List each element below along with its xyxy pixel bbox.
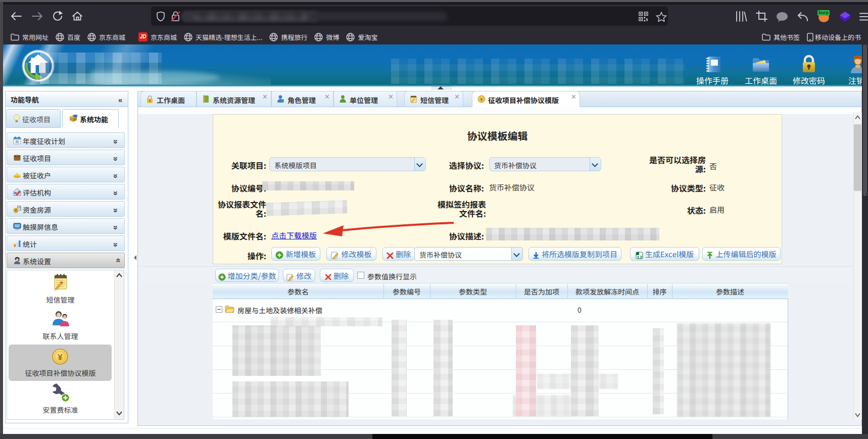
svg-text:¥: ¥ xyxy=(15,208,17,213)
svg-text:¥: ¥ xyxy=(58,350,63,363)
svg-text:¥: ¥ xyxy=(480,96,483,103)
